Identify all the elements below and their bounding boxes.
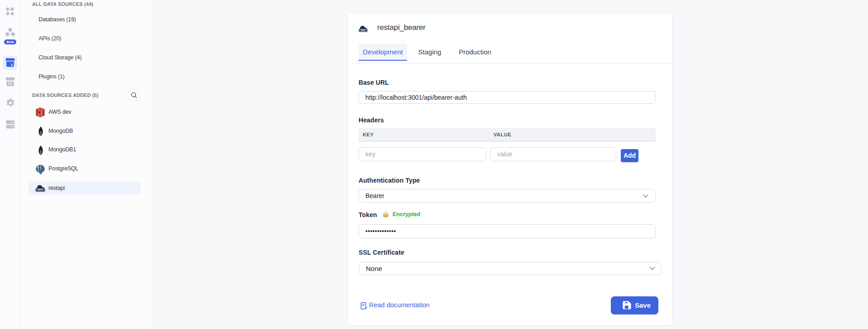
svg-text:(REST): (REST) (38, 189, 43, 191)
svg-text:(REST): (REST) (361, 29, 365, 31)
